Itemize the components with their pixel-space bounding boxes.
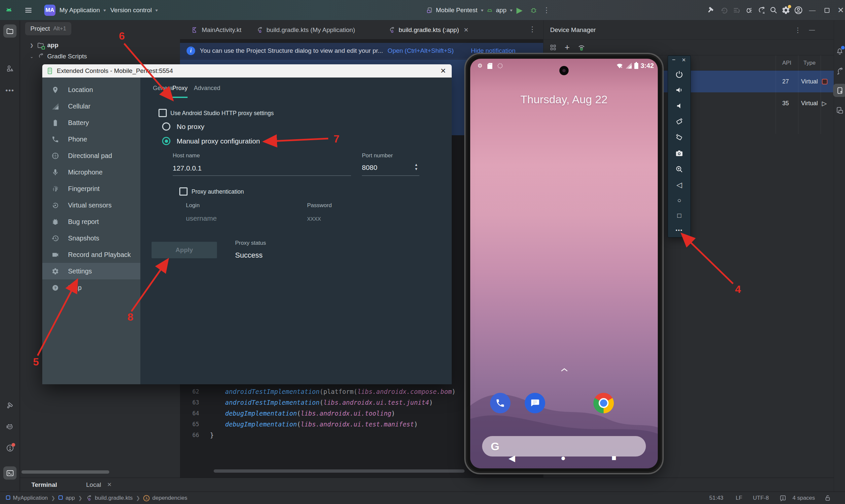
dialog-tab-advanced[interactable]: Advanced	[194, 85, 220, 92]
no-proxy-radio[interactable]	[162, 122, 170, 131]
dialog-sidebar-item-settings[interactable]: Settings	[42, 263, 140, 280]
dialog-sidebar-item-directional-pad[interactable]: Directional pad	[42, 147, 140, 164]
stop-device-button[interactable]	[822, 71, 828, 92]
breadcrumb-item-build-gradle-kts[interactable]: build.gradle.kts	[86, 495, 133, 501]
dialog-sidebar-item-microphone[interactable]: Microphone	[42, 164, 140, 180]
messages-app-icon[interactable]	[525, 393, 545, 413]
breadcrumb-item-app[interactable]: app	[58, 495, 75, 501]
debug-button[interactable]	[530, 0, 538, 20]
screenshot-camera-icon[interactable]	[672, 147, 687, 160]
logcat-tool-button[interactable]	[3, 420, 17, 433]
add-device-button[interactable]: +	[565, 42, 570, 52]
emulator-overview-icon[interactable]: □	[672, 209, 687, 222]
power-button-icon[interactable]	[672, 68, 687, 81]
dialog-sidebar-item-help[interactable]: ?Help	[42, 280, 140, 296]
terminal-tool-button[interactable]	[3, 466, 17, 480]
device-selector[interactable]: Mobile Pentest▼	[426, 0, 484, 20]
line-separator[interactable]: LF	[736, 492, 742, 504]
run-button[interactable]: ▶	[516, 0, 522, 20]
inspection-widget-icon[interactable]	[779, 492, 787, 504]
dialog-title-bar[interactable]: Extended Controls - Mobile_Pentest:5554	[42, 64, 452, 77]
editor-tab-mainactivity-kt[interactable]: MainActivity.kt	[185, 20, 249, 39]
zoom-icon[interactable]	[672, 163, 687, 176]
apply-changes-bug-icon[interactable]	[745, 0, 753, 20]
window-close-button[interactable]: ✕	[833, 0, 845, 20]
gradle-tool-button[interactable]	[833, 65, 845, 78]
run-configuration-selector[interactable]: app▼	[486, 0, 514, 20]
more-actions-kebab-icon[interactable]: ⋮	[543, 0, 550, 20]
proxy-auth-checkbox[interactable]	[179, 187, 188, 196]
editor-horizontal-scrollbar[interactable]	[214, 469, 465, 473]
dialog-sidebar-item-bug-report[interactable]: Bug report	[42, 213, 140, 230]
emulator-home-icon[interactable]: ○	[672, 194, 687, 207]
more-tool-windows-icon[interactable]: •••	[3, 84, 17, 97]
apply-button[interactable]: Apply	[152, 242, 217, 258]
dialog-tab-proxy[interactable]: Proxy	[172, 85, 188, 92]
device-manager-tool-button[interactable]	[833, 84, 845, 97]
close-icon[interactable]: ✕	[464, 26, 469, 34]
dialog-sidebar-item-cellular[interactable]: Cellular	[42, 98, 140, 114]
dialog-sidebar-item-phone[interactable]: Phone	[42, 131, 140, 147]
rotate-left-icon[interactable]	[672, 115, 687, 128]
tab-local[interactable]: Local	[86, 481, 101, 488]
window-maximize-button[interactable]	[820, 0, 834, 20]
breadcrumb-item-myapplication[interactable]: MyApplication	[6, 495, 48, 501]
gradle-sync-icon[interactable]	[757, 0, 766, 20]
column-type[interactable]: Type	[804, 55, 816, 71]
editor-tabs-kebab-icon[interactable]: ⋮	[529, 25, 536, 34]
unlock-icon[interactable]	[824, 492, 831, 504]
phone-app-icon[interactable]	[490, 393, 511, 413]
indent-setting[interactable]: 4 spaces	[793, 492, 815, 504]
tab-terminal[interactable]: Terminal	[31, 481, 57, 488]
dialog-close-button[interactable]: ✕	[434, 64, 452, 77]
project-tool-button[interactable]	[3, 24, 17, 38]
login-field[interactable]: username	[186, 214, 217, 222]
search-everywhere-icon[interactable]	[770, 0, 778, 20]
editor-tab-build-gradle-kts-app[interactable]: build.gradle.kts (:app)✕	[381, 20, 476, 39]
nav-back-button[interactable]: ◀	[508, 453, 515, 464]
emulator-phone-window[interactable]: ⚙ x 3:42 Thursday, Aug 22 G ◀ ●	[464, 53, 664, 474]
dialog-tab-general[interactable]: General	[153, 85, 174, 92]
emulator-back-icon[interactable]: ◁	[672, 178, 687, 192]
dialog-sidebar-item-fingerprint[interactable]: Fingerprint	[42, 180, 140, 197]
notifications-bell-icon[interactable]	[833, 44, 845, 57]
device-manager-kebab-icon[interactable]: ⋮	[794, 26, 801, 34]
dialog-sidebar-item-location[interactable]: Location	[42, 82, 140, 98]
project-selector[interactable]: My Application▼	[59, 0, 107, 20]
dialog-sidebar-item-virtual-sensors[interactable]: Virtual sensors	[42, 197, 140, 213]
build-hammer-icon[interactable]	[707, 0, 715, 20]
password-field[interactable]: xxxx	[307, 214, 321, 222]
project-panel-tab[interactable]: Project Alt+1	[25, 22, 71, 35]
tree-item-gradle-scripts[interactable]: ⌄ Gradle Scripts	[29, 51, 87, 62]
resource-manager-tool-button[interactable]	[3, 62, 17, 75]
account-avatar-icon[interactable]	[794, 0, 803, 20]
problems-tool-button[interactable]	[3, 441, 17, 454]
device-manager-minimize-icon[interactable]: —	[809, 26, 815, 33]
host-name-field[interactable]: 127.0.0.1	[173, 164, 202, 172]
volume-up-icon[interactable]	[672, 84, 687, 97]
dialog-sidebar-item-battery[interactable]: Battery	[42, 114, 140, 131]
nav-overview-button[interactable]: ■	[611, 453, 617, 463]
chevron-down-icon[interactable]: ⌄	[29, 54, 34, 59]
window-minimize-button[interactable]: —	[805, 0, 820, 20]
hamburger-menu-icon[interactable]	[24, 0, 33, 20]
volume-down-icon[interactable]	[672, 99, 687, 112]
file-encoding[interactable]: UTF-8	[753, 492, 769, 504]
close-icon[interactable]: ✕	[107, 481, 111, 488]
port-number-field[interactable]: 8080	[362, 164, 377, 172]
emulator-toolbar-minimize[interactable]: −	[672, 56, 676, 63]
manual-proxy-radio[interactable]	[162, 137, 170, 145]
rotate-right-icon[interactable]	[672, 131, 687, 144]
start-device-button[interactable]: ▷	[822, 92, 827, 114]
nav-home-button[interactable]: ●	[561, 453, 566, 463]
vcs-selector[interactable]: Version control▼	[110, 0, 159, 20]
column-api[interactable]: API	[782, 55, 791, 71]
running-devices-tool-button[interactable]	[833, 104, 845, 117]
chevron-right-icon[interactable]: ❯	[29, 43, 34, 48]
breadcrumb-item-dependencies[interactable]: λdependencies	[143, 495, 187, 501]
build-tool-button[interactable]	[3, 399, 17, 412]
caret-position[interactable]: 51:43	[709, 492, 723, 504]
pair-wifi-icon[interactable]	[577, 43, 585, 52]
editor-tab-build-gradle-kts-my-application[interactable]: build.gradle.kts (My Application)	[249, 20, 362, 39]
emulator-more-icon[interactable]: •••	[672, 223, 687, 236]
